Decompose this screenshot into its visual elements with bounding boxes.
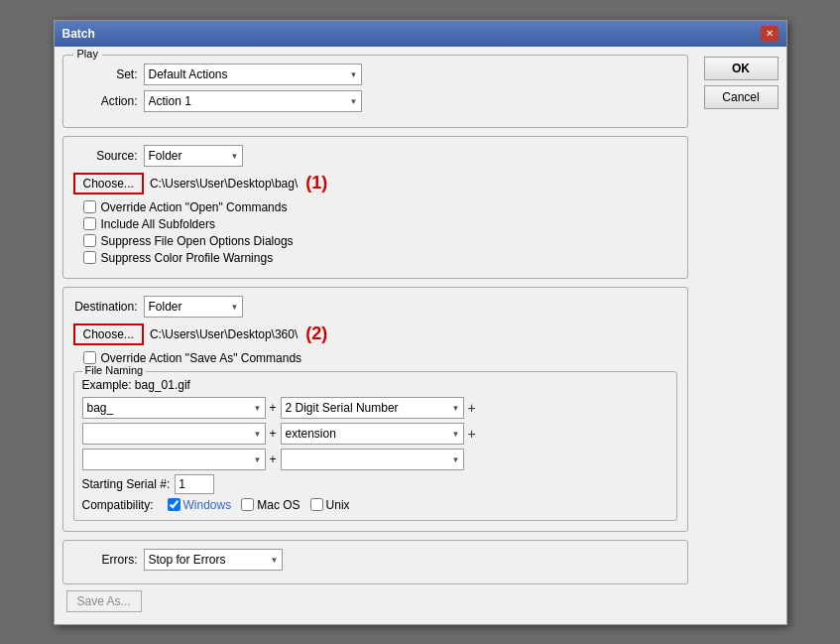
serial-label: Starting Serial #: — [82, 477, 171, 491]
add-naming-2-button[interactable]: + — [464, 426, 480, 442]
naming-right-3-wrapper — [281, 449, 464, 470]
override-save-label: Override Action "Save As" Commands — [101, 351, 302, 365]
cancel-button[interactable]: Cancel — [704, 85, 779, 109]
macos-compat: Mac OS — [241, 498, 300, 512]
title-bar: Batch ✕ — [55, 21, 786, 47]
source-select[interactable]: Folder Import Opened Files Bridge — [144, 145, 243, 167]
macos-checkbox[interactable] — [241, 498, 254, 511]
source-path-row: Choose... C:\Users\User\Desktop\bag\ (1) — [73, 173, 677, 194]
naming-right-select-3[interactable] — [281, 449, 464, 470]
destination-type-row: Destination: Folder None Save and Close — [73, 296, 677, 318]
set-row: Set: Default Actions Custom Actions — [73, 64, 677, 85]
close-button[interactable]: ✕ — [761, 26, 779, 42]
source-checkbox-3: Suppress File Open Options Dialogs — [83, 234, 677, 248]
override-save-checkbox[interactable] — [83, 351, 96, 364]
source-checkbox-2: Include All Subfolders — [83, 217, 677, 231]
save-as-button[interactable]: Save As... — [66, 590, 142, 612]
errors-label: Errors: — [73, 553, 138, 567]
override-open-checkbox[interactable] — [83, 200, 96, 213]
set-select-wrapper: Default Actions Custom Actions — [144, 64, 362, 85]
action-select[interactable]: Action 1 Action 2 — [144, 90, 362, 112]
plus-3: + — [270, 452, 277, 466]
naming-left-2-wrapper — [82, 423, 266, 445]
include-subfolders-label: Include All Subfolders — [101, 217, 215, 231]
suppress-open-label: Suppress File Open Options Dialogs — [101, 234, 294, 248]
windows-compat: Windows — [168, 498, 232, 512]
destination-annotation: (2) — [305, 323, 327, 344]
add-naming-1-button[interactable]: + — [464, 400, 480, 416]
naming-right-select-1[interactable]: 2 Digit Serial Number — [281, 397, 464, 419]
override-open-label: Override Action "Open" Commands — [101, 200, 288, 214]
naming-row-3: + — [82, 449, 668, 470]
naming-right-1-wrapper: 2 Digit Serial Number — [281, 397, 464, 419]
naming-right-2-wrapper: extension — [281, 423, 464, 445]
set-select[interactable]: Default Actions Custom Actions — [144, 64, 362, 85]
naming-left-select-3[interactable] — [82, 449, 266, 470]
include-subfolders-checkbox[interactable] — [83, 217, 96, 230]
destination-path: C:\Users\User\Desktop\360\ — [150, 327, 298, 341]
destination-path-row: Choose... C:\Users\User\Desktop\360\ (2) — [73, 323, 677, 345]
file-naming-section: File Naming Example: bag_01.gif bag_ + — [73, 371, 677, 521]
source-path: C:\Users\User\Desktop\bag\ — [150, 177, 298, 191]
destination-label: Destination: — [73, 300, 138, 314]
source-checkbox-1: Override Action "Open" Commands — [83, 200, 677, 214]
file-naming-title: File Naming — [82, 364, 147, 376]
destination-select-wrapper: Folder None Save and Close — [144, 296, 243, 318]
batch-dialog: Batch ✕ Play Set: Default Actions Custom… — [54, 20, 787, 625]
plus-2: + — [270, 427, 277, 441]
destination-section: Destination: Folder None Save and Close … — [62, 287, 688, 532]
compatibility-label: Compatibility: — [82, 498, 154, 512]
errors-select-wrapper: Stop for Errors Log Errors To File — [144, 549, 283, 571]
play-section-title: Play — [73, 48, 102, 60]
suppress-color-label: Suppress Color Profile Warnings — [101, 251, 274, 265]
plus-1: + — [270, 401, 277, 415]
ok-button[interactable]: OK — [704, 57, 779, 80]
unix-checkbox[interactable] — [310, 498, 323, 511]
play-section: Play Set: Default Actions Custom Actions… — [62, 55, 688, 128]
errors-select[interactable]: Stop for Errors Log Errors To File — [144, 549, 283, 571]
windows-checkbox[interactable] — [168, 498, 180, 511]
suppress-color-checkbox[interactable] — [83, 251, 96, 264]
serial-row: Starting Serial #: — [82, 474, 668, 494]
source-type-row: Source: Folder Import Opened Files Bridg… — [73, 145, 677, 167]
naming-left-3-wrapper — [82, 449, 266, 470]
action-row: Action: Action 1 Action 2 — [73, 90, 677, 112]
windows-label: Windows — [183, 498, 232, 512]
source-checkbox-4: Suppress Color Profile Warnings — [83, 251, 677, 265]
source-label: Source: — [73, 149, 138, 163]
compatibility-row: Compatibility: Windows Mac OS — [82, 498, 668, 512]
action-label: Action: — [73, 94, 138, 108]
unix-label: Unix — [326, 498, 350, 512]
naming-left-select-1[interactable]: bag_ — [82, 397, 266, 419]
destination-choose-button[interactable]: Choose... — [73, 323, 144, 345]
example-text: Example: bag_01.gif — [82, 378, 668, 392]
destination-select[interactable]: Folder None Save and Close — [144, 296, 243, 318]
source-choose-button[interactable]: Choose... — [73, 173, 144, 194]
source-annotation: (1) — [305, 173, 327, 193]
naming-row-2: + extension + — [82, 423, 668, 445]
override-save-row: Override Action "Save As" Commands — [83, 351, 677, 365]
naming-right-select-2[interactable]: extension — [281, 423, 464, 445]
errors-section: Errors: Stop for Errors Log Errors To Fi… — [62, 540, 688, 584]
set-label: Set: — [73, 67, 138, 81]
action-select-wrapper: Action 1 Action 2 — [144, 90, 362, 112]
suppress-open-checkbox[interactable] — [83, 234, 96, 247]
dialog-title: Batch — [62, 27, 95, 41]
naming-left-1-wrapper: bag_ — [82, 397, 266, 419]
naming-left-select-2[interactable] — [82, 423, 266, 445]
errors-row: Errors: Stop for Errors Log Errors To Fi… — [73, 549, 677, 571]
macos-label: Mac OS — [257, 498, 300, 512]
source-select-wrapper: Folder Import Opened Files Bridge — [144, 145, 243, 167]
unix-compat: Unix — [310, 498, 350, 512]
naming-row-1: bag_ + 2 Digit Serial Number + — [82, 397, 668, 419]
serial-input[interactable] — [175, 474, 214, 494]
source-section: Source: Folder Import Opened Files Bridg… — [62, 136, 688, 279]
